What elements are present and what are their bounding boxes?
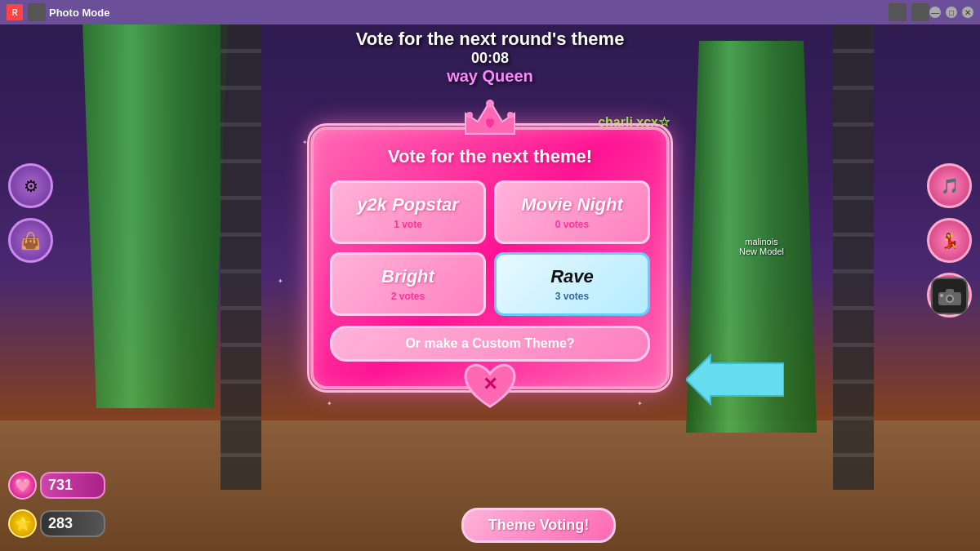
vote-option-movie-votes: 0 votes xyxy=(506,219,638,230)
window-controls: — □ ✕ xyxy=(929,7,973,18)
bottom-hud: 🩷 731 ⭐ 283 Theme Voting! xyxy=(0,486,980,551)
photo-mode-label: Photo Mode xyxy=(49,7,109,19)
titlebar: R Photo Mode — □ ✕ xyxy=(0,0,980,24)
vote-option-bright-name: Bright xyxy=(342,266,474,287)
svg-marker-4 xyxy=(686,355,784,404)
titlebar-icon-right2 xyxy=(911,3,929,21)
svg-point-0 xyxy=(486,100,494,108)
sparkle-1: ✦ xyxy=(302,139,308,146)
vote-option-rave[interactable]: Rave 3 votes xyxy=(494,252,650,316)
currency-pink: 🩷 731 xyxy=(8,471,105,500)
sidebar-left: ⚙ 👜 xyxy=(8,163,53,263)
vote-options-grid: y2k Popstar 1 vote Movie Night 0 votes B… xyxy=(330,180,650,316)
bottom-center: Theme Voting! xyxy=(105,508,972,543)
vote-option-y2k[interactable]: y2k Popstar 1 vote xyxy=(330,180,486,244)
vote-option-bright-votes: 2 votes xyxy=(342,291,474,302)
vote-option-bright[interactable]: Bright 2 votes xyxy=(330,252,486,316)
rave-arrow xyxy=(686,351,784,411)
sparkle-3: ✦ xyxy=(278,278,283,285)
currency-yellow-value: 283 xyxy=(48,515,73,531)
sidebar-right-item-1[interactable]: 🎵 xyxy=(927,163,972,208)
currency-pink-icon: 🩷 xyxy=(8,471,37,500)
vote-option-y2k-name: y2k Popstar xyxy=(342,194,474,216)
sidebar-left-item-1[interactable]: ⚙ xyxy=(8,163,53,208)
svg-point-1 xyxy=(466,112,473,118)
titlebar-icon-right1 xyxy=(889,3,906,21)
vote-option-rave-votes: 3 votes xyxy=(506,291,638,302)
sparkle-4: ✦ xyxy=(327,400,332,407)
sidebar-right-item-2[interactable]: 💃 xyxy=(927,218,972,263)
currency-yellow-icon: ⭐ xyxy=(8,509,37,538)
svg-text:✕: ✕ xyxy=(483,374,497,394)
maximize-button[interactable]: □ xyxy=(946,7,957,18)
sparkle-5: ✦ xyxy=(637,400,643,407)
close-button[interactable]: ✕ xyxy=(962,7,973,18)
minimize-button[interactable]: — xyxy=(929,7,941,18)
titlebar-icon1 xyxy=(28,3,46,21)
vote-option-movie[interactable]: Movie Night 0 votes xyxy=(494,180,650,244)
vote-option-y2k-votes: 1 vote xyxy=(342,219,474,230)
hud-vote-prompt: Vote for the next round's theme xyxy=(0,29,980,50)
vote-option-rave-name: Rave xyxy=(506,266,638,287)
currency-yellow-bar: 283 xyxy=(40,510,105,537)
svg-point-2 xyxy=(507,112,514,118)
currency-yellow: ⭐ 283 xyxy=(8,509,105,538)
crown-decoration xyxy=(457,97,523,138)
svg-rect-8 xyxy=(946,289,954,294)
currency-pink-bar: 731 xyxy=(40,472,105,499)
currency-pink-value: 731 xyxy=(48,477,73,493)
svg-point-9 xyxy=(940,294,943,297)
hud-subtitle: way Queen xyxy=(0,67,980,86)
theme-voting-button[interactable]: Theme Voting! xyxy=(461,508,617,543)
vote-option-movie-name: Movie Night xyxy=(506,194,638,216)
vote-modal: Vote for the next theme! y2k Popstar 1 v… xyxy=(310,127,670,389)
modal-title: Vote for the next theme! xyxy=(330,146,650,167)
roblox-logo: R xyxy=(7,4,23,20)
sidebar-left-item-2[interactable]: 👜 xyxy=(8,218,53,263)
hud-timer: 00:08 xyxy=(0,50,980,67)
camera-icon-button[interactable] xyxy=(931,278,968,314)
hud-top: Vote for the next round's theme 00:08 wa… xyxy=(0,29,980,86)
svg-point-7 xyxy=(947,296,952,301)
modal-close-heart[interactable]: ✕ xyxy=(461,362,519,415)
npc-label: malinois New Model xyxy=(739,237,784,256)
custom-theme-button[interactable]: Or make a Custom Theme? xyxy=(330,326,650,362)
